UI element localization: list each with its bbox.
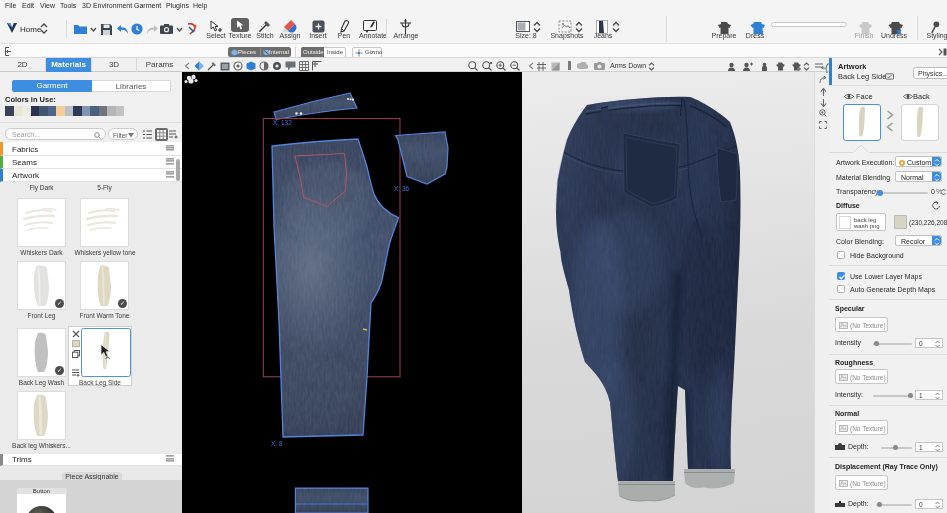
svg-text:X: 36: X: 36: [394, 185, 410, 192]
svg-text:X: 132: X: 132: [273, 119, 292, 126]
svg-text:X: 8: X: 8: [271, 440, 283, 447]
